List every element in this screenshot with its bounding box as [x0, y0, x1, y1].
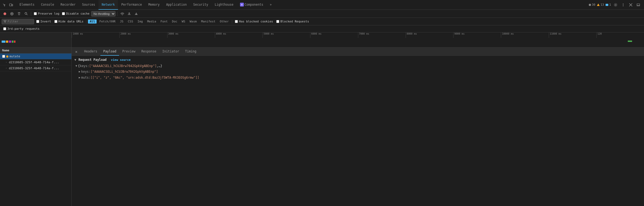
throttle-select[interactable]: No throttling — [91, 11, 116, 16]
request-list: Name mutate · d2310605-325f-4b48-714a-f.… — [0, 48, 72, 206]
detail-tab-headers[interactable]: Headers — [81, 48, 100, 56]
tab-security[interactable]: Security — [190, 0, 211, 10]
close-icon[interactable] — [628, 2, 634, 8]
ruler-ticks: 1000 ms 2000 ms 3000 ms 4000 ms 5000 ms … — [72, 32, 644, 38]
filter-sep-2 — [232, 20, 232, 24]
child-indent-1: · — [5, 61, 7, 64]
request-item-mutate[interactable]: mutate — [0, 54, 71, 59]
device-toggle-icon[interactable] — [8, 2, 14, 8]
detail-panel: ✕ Headers Payload Preview Response Initi… — [72, 48, 644, 206]
dock-settings-icon[interactable] — [635, 2, 641, 8]
info-icon — [606, 4, 608, 6]
tab-console[interactable]: Console — [38, 0, 57, 10]
request-checkbox-mutate[interactable] — [2, 55, 5, 58]
tab-sources[interactable]: Sources — [79, 0, 98, 10]
filter-type-media[interactable]: Media — [146, 19, 158, 24]
timeline-ruler: 1000 ms 2000 ms 3000 ms 4000 ms 5000 ms … — [72, 32, 644, 47]
tab-elements[interactable]: Elements — [16, 0, 38, 10]
settings-icon[interactable] — [613, 2, 619, 8]
request-item-child1[interactable]: · d2310605-325f-4b48-714a-f... — [0, 59, 71, 65]
detail-tab-response[interactable]: Response — [139, 48, 159, 56]
svg-rect-1 — [12, 4, 13, 6]
tree-muts-toggle[interactable]: ▶ — [79, 75, 80, 79]
filter-type-fetchxhr[interactable]: Fetch/XHR — [98, 19, 117, 24]
filter-type-other[interactable]: Other — [218, 19, 230, 24]
payload-toggle-arrow[interactable]: ▼ — [74, 58, 76, 62]
filter-type-font[interactable]: Font — [159, 19, 169, 24]
svg-point-2 — [615, 4, 616, 5]
detail-close-button[interactable]: ✕ — [73, 49, 79, 55]
invert-checkbox[interactable]: Invert — [35, 20, 52, 23]
tree-keys: ▶ keys: ["AAAAACSELi_hCUJBrw7042GpkVgABE… — [74, 69, 641, 75]
tree-muts: ▶ muts: [["i", "z", "0Ac", "urn:adsk.dtd… — [74, 75, 641, 81]
blocked-requests-checkbox[interactable]: Blocked Requests — [275, 20, 310, 23]
request-status-dot-mutate — [6, 55, 8, 58]
mini-bar-red — [14, 41, 15, 43]
filter-type-css[interactable]: CSS — [126, 19, 135, 24]
tick-2000: 2000 ms — [119, 32, 167, 38]
hide-data-urls-checkbox[interactable]: Hide data URLs — [53, 20, 85, 23]
mini-bar-green — [12, 41, 14, 43]
upload-icon[interactable] — [126, 11, 133, 17]
filter-icon — [4, 20, 6, 23]
tree-keys-toggle[interactable]: ▶ — [79, 69, 80, 74]
tab-performance[interactable]: Performance — [118, 0, 145, 10]
tick-6000: 6000 ms — [310, 32, 358, 38]
badge-gray: 30 — [589, 3, 595, 6]
detail-tabs: ✕ Headers Payload Preview Response Initi… — [72, 48, 644, 56]
main-content: Name mutate · d2310605-325f-4b48-714a-f.… — [0, 48, 644, 206]
filter-type-ws[interactable]: WS — [180, 19, 187, 24]
tab-memory[interactable]: Memory — [145, 0, 163, 10]
tree-root-toggle[interactable]: ▼ — [75, 64, 77, 68]
filter-type-js[interactable]: JS — [118, 19, 125, 24]
tab-application[interactable]: Application — [163, 0, 190, 10]
tick-3000: 3000 ms — [167, 32, 215, 38]
third-party-row: 3rd-party requests — [0, 25, 644, 32]
tab-bar-right: 30 13 1 — [589, 2, 643, 8]
tab-lighthouse[interactable]: Lighthouse — [211, 0, 236, 10]
tick-10000: 10000 ms — [501, 32, 548, 38]
tab-network[interactable]: Network — [98, 0, 118, 10]
tick-5000: 5000 ms — [262, 32, 310, 38]
preserve-log-checkbox[interactable]: Preserve log — [33, 12, 60, 15]
filter-type-all[interactable]: All — [88, 19, 97, 24]
toolbar: Preserve log Disable cache No throttling — [0, 10, 644, 18]
tab-more[interactable]: » — [267, 0, 275, 10]
tab-components[interactable]: ❖ Components — [237, 0, 267, 10]
tab-recorder[interactable]: Recorder — [57, 0, 79, 10]
has-blocked-cookies-checkbox[interactable]: Has blocked cookies — [234, 20, 274, 23]
clear-button[interactable] — [16, 11, 22, 17]
wifi-icon[interactable] — [119, 11, 126, 17]
disable-cache-checkbox[interactable]: Disable cache — [61, 12, 90, 15]
more-options-icon[interactable] — [620, 2, 626, 8]
filter-type-manifest[interactable]: Manifest — [199, 19, 217, 24]
tick-11000: 11000 ms — [549, 32, 596, 38]
detail-tab-payload[interactable]: Payload — [100, 48, 119, 56]
filter-type-doc[interactable]: Doc — [170, 19, 179, 24]
third-party-checkbox[interactable]: 3rd-party requests — [2, 27, 41, 31]
detail-tab-timing[interactable]: Timing — [182, 48, 199, 56]
svg-point-10 — [122, 14, 123, 15]
inspect-icon[interactable] — [1, 2, 7, 8]
download-icon[interactable] — [133, 11, 140, 17]
green-timeline-bar — [628, 41, 632, 42]
toolbar-sep-2 — [117, 12, 117, 16]
tick-8000: 8000 ms — [406, 32, 453, 38]
filter-input-wrap[interactable]: Filter — [2, 19, 34, 24]
timeline-header: 1000 ms 2000 ms 3000 ms 4000 ms 5000 ms … — [0, 32, 644, 48]
search-button[interactable] — [23, 11, 29, 17]
svg-point-5 — [623, 5, 623, 6]
timeline-name-col — [0, 32, 72, 47]
filter-placeholder: Filter — [8, 20, 18, 23]
filter-type-img[interactable]: Img — [136, 19, 144, 24]
badge-triangle: 13 — [597, 3, 604, 6]
stop-button[interactable] — [9, 11, 15, 17]
detail-tab-preview[interactable]: Preview — [120, 48, 138, 56]
components-puzzle-icon: ❖ — [240, 3, 244, 6]
tick-1000: 1000 ms — [72, 32, 119, 38]
view-source-link[interactable]: view source — [111, 58, 131, 62]
detail-tab-initiator[interactable]: Initiator — [160, 48, 182, 56]
record-button[interactable] — [2, 11, 8, 17]
request-item-child2[interactable]: · d2310605-325f-4b48-714a-f... — [0, 65, 71, 71]
filter-type-wasm[interactable]: Wasm — [188, 19, 199, 24]
